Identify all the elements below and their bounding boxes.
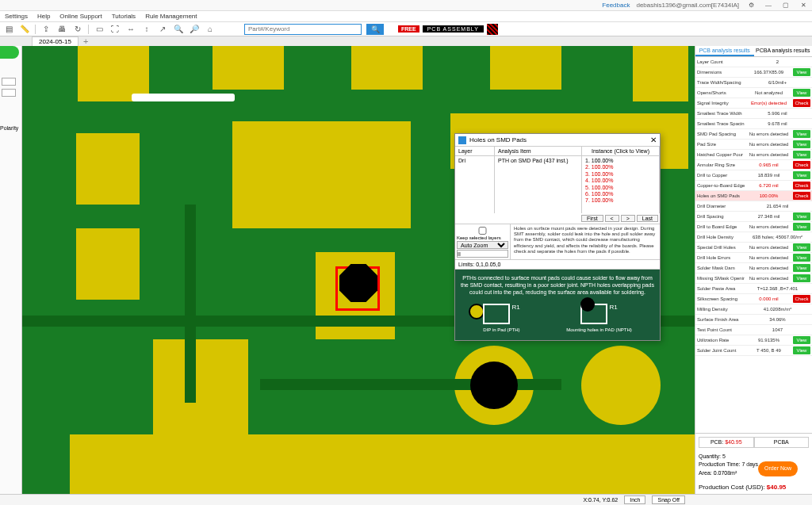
zoom-in-icon[interactable]: 🔍: [173, 24, 184, 35]
result-row[interactable]: Drill to Copper18.839 milView: [695, 170, 812, 181]
result-row[interactable]: Solder Mask DamNo errors detectedView: [695, 263, 812, 274]
view-button[interactable]: View: [793, 243, 810, 251]
keep-layers-checkbox[interactable]: Keep selected layers: [457, 226, 508, 240]
result-row[interactable]: Drill Spacing27.348 milView: [695, 212, 812, 222]
menu-tutorials[interactable]: Tutorials: [112, 13, 136, 20]
result-row[interactable]: Layer Count2: [695, 57, 812, 67]
fit-icon[interactable]: ⛶: [109, 24, 121, 35]
left-drop2[interactable]: [2, 89, 16, 97]
result-row[interactable]: Silkscreen Spacing0.000 milCheck: [695, 294, 812, 304]
view-button[interactable]: View: [793, 89, 810, 97]
result-row[interactable]: Trace Width/Spacing6/10mil+: [695, 78, 812, 88]
result-row[interactable]: Drill Hole Density638 holes; 45067.00/m²: [695, 232, 812, 243]
order-now-button[interactable]: Order Now: [758, 461, 798, 476]
view-button[interactable]: View: [793, 151, 810, 159]
pcb-banner[interactable]: FREE PCB ASSEMBLY: [398, 24, 498, 35]
col-layer: Layer: [455, 147, 495, 155]
measure-icon[interactable]: 📏: [19, 24, 30, 35]
layers-icon[interactable]: ▤: [3, 24, 14, 35]
nav-next[interactable]: >: [621, 215, 635, 222]
analysis-pill[interactable]: [0, 46, 19, 59]
pcb-canvas[interactable]: Holes on SMD Pads ✕ Layer Analysis Item …: [22, 46, 695, 494]
close-icon[interactable]: ✕: [798, 2, 809, 9]
view-button[interactable]: View: [793, 171, 810, 179]
threshold-input[interactable]: [457, 250, 508, 258]
view-button[interactable]: View: [793, 254, 810, 262]
result-row[interactable]: Missing SMask OpeninNo errors detectedVi…: [695, 274, 812, 284]
zoom-select[interactable]: Auto Zoom: [457, 241, 508, 249]
view-button[interactable]: View: [793, 274, 810, 282]
result-row[interactable]: Annular Ring Size0.965 milCheck: [695, 160, 812, 170]
menu-help[interactable]: Help: [37, 13, 50, 20]
instance-list[interactable]: 1. 100.00% 2. 100.00% 3. 100.00% 4. 100.…: [582, 156, 660, 213]
order-tab-pcb[interactable]: PCB: $40.95: [699, 437, 754, 448]
cell-item[interactable]: PTH on SMD Pad (437 inst.): [495, 156, 582, 213]
view-button[interactable]: View: [793, 264, 810, 272]
result-row[interactable]: Opens/ShortsNot analyzedView: [695, 88, 812, 98]
tab-pcb-results[interactable]: PCB analysis results: [695, 46, 754, 56]
result-row[interactable]: Drill Diameter21.654 mil: [695, 201, 812, 212]
order-tab-pcba[interactable]: PCBA: [754, 437, 810, 448]
print-icon[interactable]: 🖶: [56, 24, 67, 35]
result-row[interactable]: Utilization Rate91.9135%View: [695, 335, 812, 346]
order-cost: Production Cost (USD): $40.95: [699, 484, 809, 491]
file-tab[interactable]: 2024-05-15: [32, 36, 79, 46]
home-icon[interactable]: ⌂: [205, 24, 216, 35]
result-row[interactable]: Drill Hole ErrorsNo errors detectedView: [695, 253, 812, 263]
view-button[interactable]: View: [793, 346, 810, 354]
dialog-close-button[interactable]: ✕: [650, 136, 657, 144]
left-drop1[interactable]: [2, 78, 16, 86]
result-row[interactable]: Special Drill HolesNo errors detectedVie…: [695, 243, 812, 253]
rect-icon[interactable]: ▭: [94, 24, 105, 35]
add-tab-button[interactable]: +: [79, 36, 93, 46]
view-button[interactable]: View: [793, 212, 810, 220]
refresh-icon[interactable]: ↻: [72, 24, 83, 35]
unit-button[interactable]: Inch: [624, 495, 645, 504]
result-row[interactable]: Milling Density41.0208m/m²: [695, 304, 812, 315]
result-row[interactable]: Solder Paste AreaT=12.368 ,B=7.401: [695, 284, 812, 294]
zoom-out-icon[interactable]: 🔎: [189, 24, 200, 35]
menu-settings[interactable]: Settings: [5, 13, 28, 20]
result-row[interactable]: Signal IntegrityError(s) detectedCheck: [695, 98, 812, 109]
flip-h-icon[interactable]: ↔: [125, 24, 136, 35]
minimize-icon[interactable]: —: [763, 2, 774, 9]
nav-last[interactable]: Last: [637, 215, 658, 222]
flip-v-icon[interactable]: ↕: [141, 24, 152, 35]
result-row[interactable]: SMD Pad SpacingNo errors detectedView: [695, 129, 812, 140]
menu-rules[interactable]: Rule Management: [145, 13, 197, 20]
result-row[interactable]: Smallest Trace Spacing9.678 mil: [695, 119, 812, 129]
view-button[interactable]: View: [793, 130, 810, 138]
nav-prev[interactable]: <: [605, 215, 619, 222]
result-row[interactable]: Hatched Copper PourNo errors detectedVie…: [695, 150, 812, 160]
result-row[interactable]: Copper-to-Board Edge6.720 milCheck: [695, 181, 812, 191]
feedback-link[interactable]: Feedback: [602, 2, 630, 9]
result-row[interactable]: Solder Joint CountT 450, B 49View: [695, 346, 812, 356]
snap-button[interactable]: Snap Off: [652, 495, 685, 504]
search-input[interactable]: [244, 24, 362, 35]
expand-icon[interactable]: ↗: [157, 24, 168, 35]
result-row[interactable]: Test Point Count1047: [695, 325, 812, 335]
settings-icon[interactable]: ⚙: [745, 2, 756, 9]
view-button[interactable]: View: [793, 223, 810, 231]
check-button[interactable]: Check: [793, 295, 810, 303]
view-button[interactable]: View: [793, 68, 810, 76]
check-button[interactable]: Check: [793, 99, 810, 107]
share-icon[interactable]: ⇪: [40, 24, 52, 35]
check-button[interactable]: Check: [793, 192, 810, 200]
menu-support[interactable]: Online Support: [59, 13, 102, 20]
result-row[interactable]: Pad SizeNo errors detectedView: [695, 140, 812, 150]
result-row[interactable]: Surface Finish Area34.06%: [695, 315, 812, 325]
check-button[interactable]: Check: [793, 182, 810, 189]
maximize-icon[interactable]: ▢: [780, 2, 791, 9]
result-row[interactable]: Smallest Trace Width5.906 mil: [695, 109, 812, 119]
view-button[interactable]: View: [793, 336, 810, 344]
result-row[interactable]: Holes on SMD Pads100.00%Check: [695, 191, 812, 201]
search-button[interactable]: 🔍: [366, 24, 384, 35]
tab-pcba-results[interactable]: PCBA analysis results: [754, 46, 813, 56]
nav-first[interactable]: First: [581, 215, 603, 222]
result-row[interactable]: Drill to Board EdgeNo errors detectedVie…: [695, 222, 812, 232]
view-button[interactable]: View: [793, 140, 810, 148]
cell-layer[interactable]: Dri: [455, 156, 495, 213]
check-button[interactable]: Check: [793, 161, 810, 169]
result-row[interactable]: Dimensions166.37X85.09View: [695, 67, 812, 78]
